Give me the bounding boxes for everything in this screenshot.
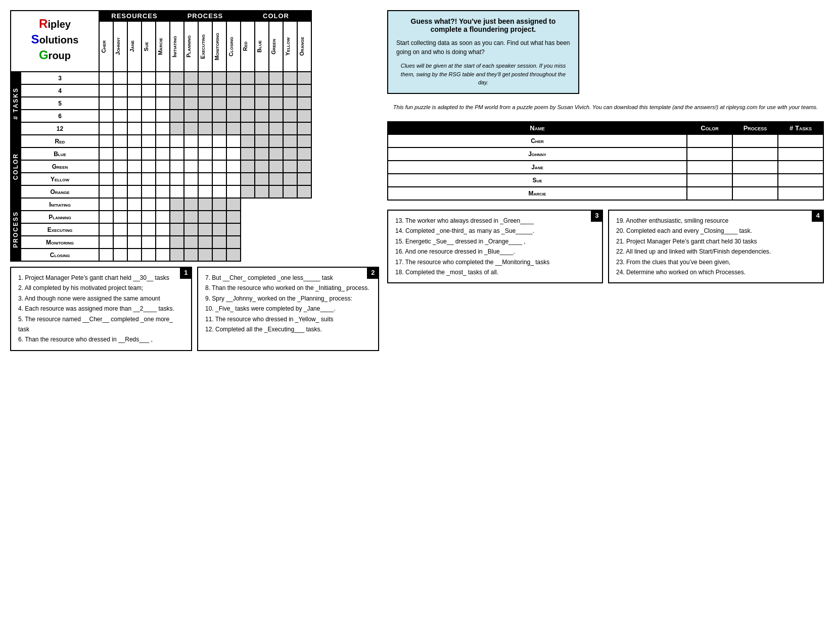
col-orange: Orange — [297, 21, 311, 72]
clue-badge-3: 3 — [591, 210, 603, 222]
clue-1-6: 6. Than the resource who dressed in __Re… — [18, 334, 184, 344]
answer-tasks-cher[interactable] — [778, 134, 823, 147]
process-row-mon: Monitoring — [11, 236, 311, 249]
tasks-label-4: 4 — [21, 84, 99, 97]
cell-t4-johnny[interactable] — [113, 84, 127, 97]
info-clue-note: Clues will be given at the start of each… — [396, 62, 570, 87]
answer-color-sue[interactable] — [687, 174, 732, 187]
process-side-label: Process — [11, 198, 21, 261]
cell-red-jane[interactable] — [127, 135, 142, 147]
cell-t3-jane[interactable] — [127, 72, 142, 84]
clue-3-2: 14. Completed _one-third_ as many as _Su… — [395, 226, 595, 236]
answer-name-marcie: Marcie — [388, 187, 687, 200]
cell-t12-sue[interactable] — [142, 122, 156, 135]
answer-tasks-sue[interactable] — [778, 174, 823, 187]
cell-t5-marcie[interactable] — [156, 97, 170, 110]
cell-t3-marcie[interactable] — [156, 72, 170, 84]
color-row-blue: Blue — [11, 147, 311, 160]
cell-t4-marcie[interactable] — [156, 84, 170, 97]
process-label-plan: Planning — [21, 211, 99, 223]
cell-t3-johnny[interactable] — [113, 72, 127, 84]
cell-t4-cher[interactable] — [99, 84, 113, 97]
cell-t6-johnny[interactable] — [113, 110, 127, 122]
col-sue: Sue — [142, 21, 156, 72]
cell-t3-cher[interactable] — [99, 72, 113, 84]
answer-header-tasks: # Tasks — [778, 122, 823, 134]
cell-red-clos[interactable] — [226, 135, 241, 147]
col-cher: Cher — [99, 21, 113, 72]
cell-t5-cher[interactable] — [99, 97, 113, 110]
cell-red-mon[interactable] — [212, 135, 226, 147]
answer-tasks-johnny[interactable] — [778, 147, 823, 161]
tasks-row-3: # Tasks 3 — [11, 72, 311, 84]
cell-t4-jane[interactable] — [127, 84, 142, 97]
color-label-red: Red — [21, 135, 99, 147]
clue-1-2: 2. All completed by his motivated projec… — [18, 283, 184, 293]
answer-color-johnny[interactable] — [687, 147, 732, 161]
cell-red-johnny[interactable] — [113, 135, 127, 147]
answer-process-cher[interactable] — [732, 134, 778, 147]
cell-t12-cher[interactable] — [99, 122, 113, 135]
cell-t3-sue[interactable] — [142, 72, 156, 84]
cell-t12-marcie[interactable] — [156, 122, 170, 135]
cell-red-init[interactable] — [170, 135, 184, 147]
color-side-label: Color — [11, 135, 21, 198]
clue-2-3: 9. Spry __Johnny_ worked on the _Plannin… — [205, 293, 371, 304]
cell-blue-jane[interactable] — [127, 147, 142, 160]
answer-name-cher: Cher — [388, 134, 687, 147]
cell-red-marcie[interactable] — [156, 135, 170, 147]
color-label-yellow: Yellow — [21, 173, 99, 185]
cell-t12-jane[interactable] — [127, 122, 142, 135]
answer-process-jane[interactable] — [732, 161, 778, 174]
clue-4-6: 24. Determine who worked on which Proces… — [616, 267, 816, 277]
cell-blue-cher[interactable] — [99, 147, 113, 160]
color-row-green: Green — [11, 160, 311, 173]
cell-red-plan[interactable] — [184, 135, 198, 147]
tasks-row-4: 4 — [11, 84, 311, 97]
cell-t5-johnny[interactable] — [113, 97, 127, 110]
col-green: Green — [269, 21, 283, 72]
col-marcie: Marcie — [156, 21, 170, 72]
cell-red-cher[interactable] — [99, 135, 113, 147]
col-closing: Closing — [226, 21, 241, 72]
cell-t3-orange — [297, 72, 311, 84]
info-body1: Start collecting data as soon as you can… — [396, 38, 570, 57]
answer-process-sue[interactable] — [732, 174, 778, 187]
answer-color-marcie[interactable] — [687, 187, 732, 200]
answer-tasks-jane[interactable] — [778, 161, 823, 174]
answer-color-jane[interactable] — [687, 161, 732, 174]
cell-t6-sue[interactable] — [142, 110, 156, 122]
cell-t5-sue[interactable] — [142, 97, 156, 110]
cell-t12-johnny[interactable] — [113, 122, 127, 135]
cell-red-exec[interactable] — [198, 135, 212, 147]
answer-row-johnny: Johnny — [388, 147, 823, 161]
answer-process-johnny[interactable] — [732, 147, 778, 161]
cell-blue-sue[interactable] — [142, 147, 156, 160]
cell-red-sue[interactable] — [142, 135, 156, 147]
clue-3-4: 16. And one resource dressed in _Blue___… — [395, 246, 595, 257]
answer-tasks-marcie[interactable] — [778, 187, 823, 200]
cell-blue-marcie[interactable] — [156, 147, 170, 160]
cell-t5-jane[interactable] — [127, 97, 142, 110]
cell-t3-plan — [184, 72, 198, 84]
color-label-green: Green — [21, 160, 99, 173]
tasks-row-12: 12 — [11, 122, 311, 135]
clue-4-1: 19. Another enthusiastic, smiling resour… — [616, 216, 816, 226]
answer-color-cher[interactable] — [687, 134, 732, 147]
col-jane: Jane — [127, 21, 142, 72]
col-johnny: Johnny — [113, 21, 127, 72]
logo: Ripley Solutions Group — [13, 13, 97, 66]
cell-t4-sue[interactable] — [142, 84, 156, 97]
col-planning: Planning — [184, 21, 198, 72]
cell-t3-init — [170, 72, 184, 84]
clue-3-1: 13. The worker who always dressed in _Gr… — [395, 216, 595, 226]
cell-t6-cher[interactable] — [99, 110, 113, 122]
cell-t6-jane[interactable] — [127, 110, 142, 122]
clue-box-3: 3 13. The worker who always dressed in _… — [387, 210, 603, 283]
cell-blue-johnny[interactable] — [113, 147, 127, 160]
cell-t6-marcie[interactable] — [156, 110, 170, 122]
answer-row-marcie: Marcie — [388, 187, 823, 200]
answer-process-marcie[interactable] — [732, 187, 778, 200]
process-label-mon: Monitoring — [21, 236, 99, 249]
process-label-init: Initiating — [21, 198, 99, 211]
